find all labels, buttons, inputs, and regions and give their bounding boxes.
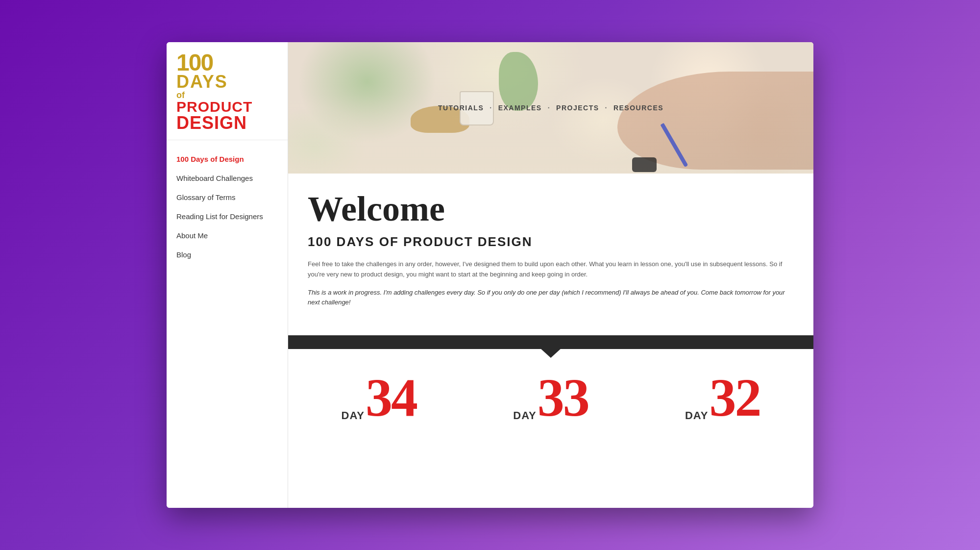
hero-pen-decoration: [661, 123, 688, 168]
day-card-33[interactable]: DAY 33: [470, 374, 632, 422]
sidebar-item-glossary[interactable]: Glossary of Terms: [167, 188, 288, 206]
sidebar-item-about-me[interactable]: About Me: [167, 226, 288, 245]
hero-sep-3: ·: [605, 104, 608, 112]
sidebar-item-100-days[interactable]: 100 Days of Design: [167, 150, 288, 168]
hero-nav-tutorials[interactable]: TUTORIALS: [438, 104, 484, 112]
hero-watch-decoration: [632, 157, 657, 172]
welcome-subtitle: 100 DAYS OF PRODUCT DESIGN: [308, 234, 794, 250]
day-label-32: DAY: [685, 409, 708, 422]
logo-100: 100: [176, 52, 278, 73]
sidebar-item-blog[interactable]: Blog: [167, 246, 288, 264]
day-number-33: 33: [538, 374, 588, 422]
day-label-33: DAY: [513, 409, 536, 422]
sidebar: 100 DAYS of PRODUCT DESIGN 100 Days of D…: [167, 42, 288, 508]
day-row-33: DAY 33: [470, 374, 632, 422]
sidebar-item-whiteboard[interactable]: Whiteboard Challenges: [167, 169, 288, 187]
hero-nav-resources[interactable]: RESOURCES: [613, 104, 663, 112]
day-number-32: 32: [709, 374, 760, 422]
day-card-32[interactable]: DAY 32: [641, 374, 804, 422]
timeline-arrow: [540, 348, 562, 358]
main-content: TUTORIALS · EXAMPLES · PROJECTS · RESOUR…: [288, 42, 813, 508]
sidebar-item-reading-list[interactable]: Reading List for Designers: [167, 207, 288, 225]
sidebar-nav: 100 Days of Design Whiteboard Challenges…: [167, 140, 288, 274]
welcome-italic-text: This is a work in progress. I'm adding c…: [308, 288, 794, 308]
day-cards-section: DAY 34 DAY 33 DAY 32: [288, 349, 813, 442]
day-row-34: DAY 34: [298, 374, 460, 422]
timeline-bar: [288, 335, 813, 349]
day-number-34: 34: [366, 374, 416, 422]
logo-design: DESIGN: [176, 114, 278, 132]
welcome-body-text: Feel free to take the challenges in any …: [308, 259, 794, 280]
hero-navigation: TUTORIALS · EXAMPLES · PROJECTS · RESOUR…: [438, 104, 663, 112]
day-label-34: DAY: [342, 409, 365, 422]
hero-nav-examples[interactable]: EXAMPLES: [498, 104, 542, 112]
logo-product: PRODUCT: [176, 100, 278, 114]
site-logo[interactable]: 100 DAYS of PRODUCT DESIGN: [176, 52, 278, 132]
hero-sep-2: ·: [548, 104, 550, 112]
hero-nav-projects[interactable]: PROJECTS: [556, 104, 599, 112]
day-row-32: DAY 32: [641, 374, 804, 422]
logo-area[interactable]: 100 DAYS of PRODUCT DESIGN: [167, 42, 288, 140]
browser-window: 100 DAYS of PRODUCT DESIGN 100 Days of D…: [167, 42, 813, 508]
hero-banner: TUTORIALS · EXAMPLES · PROJECTS · RESOUR…: [288, 42, 813, 174]
welcome-title: Welcome: [308, 191, 794, 226]
logo-days: DAYS: [176, 73, 278, 91]
welcome-section: Welcome 100 DAYS OF PRODUCT DESIGN Feel …: [288, 174, 813, 320]
day-card-34[interactable]: DAY 34: [298, 374, 460, 422]
hero-sep-1: ·: [490, 104, 492, 112]
